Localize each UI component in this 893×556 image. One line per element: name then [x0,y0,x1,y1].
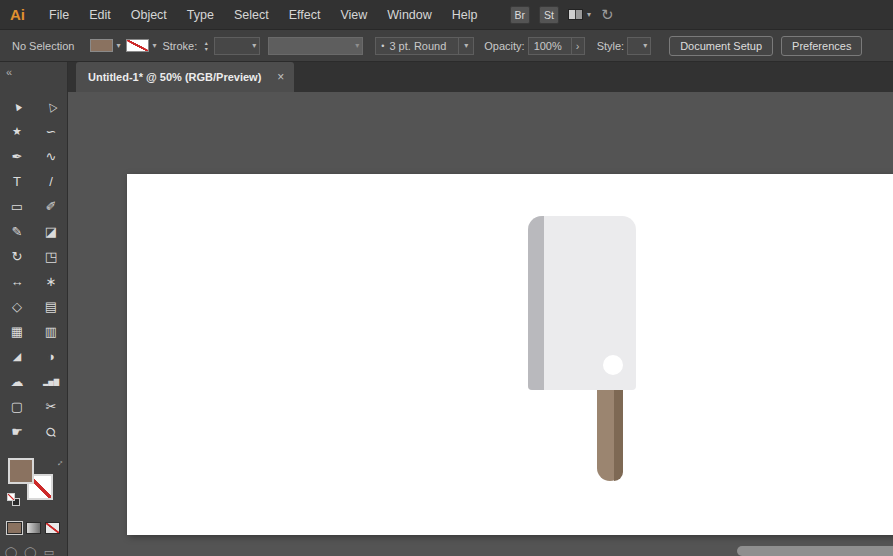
close-tab-icon[interactable]: × [277,70,284,84]
default-fill-stroke-none-icon[interactable] [7,493,15,501]
zoom-tool-icon: Ϙ [43,424,58,439]
document-area: Untitled-1* @ 50% (RGB/Preview) × [68,62,893,556]
selection-tool-icon: ▲ [9,99,24,114]
symbol-sprayer-tool[interactable]: ☁ [0,369,34,394]
shape-builder-tool[interactable]: ◇ [0,294,34,319]
stroke-weight-stepper[interactable]: ▴ ▾ [200,40,212,52]
stroke-dropdown-icon[interactable]: ▾ [152,41,156,50]
opacity-field[interactable]: 100% [528,37,572,55]
popsicle-shade-shape[interactable] [528,216,544,390]
fill-dropdown-icon[interactable]: ▾ [116,41,120,50]
selection-tool[interactable]: ▲ [0,94,34,119]
style-combo[interactable]: ▾ [627,37,651,55]
pen-tool[interactable]: ✒ [0,144,34,169]
mesh-tool[interactable]: ▦ [0,319,34,344]
blend-tool-icon: ◑ [47,350,55,363]
slice-tool[interactable]: ✂ [34,394,68,419]
menu-bar: Ai File Edit Object Type Select Effect V… [0,0,893,30]
artboard-tool-icon: ▢ [11,400,23,413]
rotate-tool-icon: ↻ [12,250,23,263]
shape-builder-tool-icon: ◇ [12,300,22,313]
draw-normal-icon[interactable]: ◯ [5,546,17,556]
line-segment-tool[interactable]: / [34,169,68,194]
stock-button[interactable]: St [539,6,559,24]
scale-tool-icon: ◳ [45,250,57,263]
width-tool-icon: ↔ [11,275,24,288]
screen-mode-icon[interactable]: ▭ [44,546,54,556]
tools-panel: « ▲ △ ★ ∽ ✒ ∿ T / ▭ ✐ ✎ ◪ ↻ ◳ ↔ ∗ ◇ ▤ ▦ … [0,62,68,556]
hand-tool[interactable]: ☛ [0,419,34,444]
popsicle-artwork[interactable] [528,216,636,481]
artboard-tool[interactable]: ▢ [0,394,34,419]
chevron-down-icon[interactable]: ▾ [587,10,591,19]
perspective-grid-tool[interactable]: ▤ [34,294,68,319]
preferences-button[interactable]: Preferences [781,36,862,56]
lasso-tool[interactable]: ∽ [34,119,68,144]
pen-tool-icon: ✒ [12,150,23,163]
menu-help[interactable]: Help [442,0,488,30]
brush-definition-dropdown[interactable]: ▾ [459,37,474,55]
rectangle-tool-icon: ▭ [11,200,23,213]
main-area: « ▲ △ ★ ∽ ✒ ∿ T / ▭ ✐ ✎ ◪ ↻ ◳ ↔ ∗ ◇ ▤ ▦ … [0,62,893,556]
brush-bullet-icon: • [381,41,384,51]
direct-selection-tool-icon: △ [44,100,57,114]
workspace-switcher-icon[interactable] [568,9,583,20]
type-tool[interactable]: T [0,169,34,194]
paintbrush-tool[interactable]: ✐ [34,194,68,219]
horizontal-scrollbar[interactable] [737,546,893,556]
fill-stroke-indicator: ↔ [6,458,64,510]
sync-icon[interactable]: ↻ [601,6,614,24]
zoom-tool[interactable]: Ϙ [34,419,68,444]
free-transform-tool[interactable]: ∗ [34,269,68,294]
menu-object[interactable]: Object [121,0,177,30]
menu-view[interactable]: View [330,0,377,30]
menu-type[interactable]: Type [177,0,224,30]
brush-definition-field[interactable]: • 3 pt. Round [375,37,459,55]
document-setup-button[interactable]: Document Setup [669,36,773,56]
eraser-tool[interactable]: ◪ [34,219,68,244]
menu-select[interactable]: Select [224,0,279,30]
curvature-tool[interactable]: ∿ [34,144,68,169]
lasso-tool-icon: ∽ [46,125,57,138]
bridge-button[interactable]: Br [510,6,531,24]
stroke-color-swatch[interactable] [126,39,149,52]
document-tab[interactable]: Untitled-1* @ 50% (RGB/Preview) × [76,62,294,92]
rectangle-tool[interactable]: ▭ [0,194,34,219]
menu-window[interactable]: Window [377,0,441,30]
chevron-right-icon: › [576,41,580,51]
opacity-menu-button[interactable]: › [572,37,585,55]
scale-tool[interactable]: ◳ [34,244,68,269]
blend-tool[interactable]: ◑ [34,344,68,369]
swap-fill-stroke-icon[interactable]: ↔ [53,456,66,469]
popsicle-dot-shape[interactable] [603,355,623,375]
style-label: Style: [597,40,625,52]
eyedropper-tool[interactable]: ◢ [0,344,34,369]
rotate-tool[interactable]: ↻ [0,244,34,269]
stroke-weight-dropdown-icon[interactable]: ▾ [252,41,256,50]
gradient-mode-button[interactable] [26,522,41,534]
menu-file[interactable]: File [39,0,79,30]
none-mode-button[interactable] [45,522,60,534]
curvature-tool-icon: ∿ [46,150,57,163]
width-tool[interactable]: ↔ [0,269,34,294]
menu-effect[interactable]: Effect [279,0,331,30]
canvas-pasteboard[interactable] [68,92,893,556]
selection-status: No Selection [12,40,74,52]
fill-swatch[interactable] [8,458,34,484]
pencil-tool[interactable]: ✎ [0,219,34,244]
popsicle-stick-shade-shape[interactable] [614,390,623,481]
collapse-panel-button[interactable]: « [6,66,11,78]
draw-behind-icon[interactable]: ◯ [24,546,36,556]
column-graph-tool[interactable]: ▂▅▇ [34,369,68,394]
artboard[interactable] [127,174,893,535]
magic-wand-tool[interactable]: ★ [0,119,34,144]
direct-selection-tool[interactable]: △ [34,94,68,119]
fill-color-swatch[interactable] [90,39,113,52]
gradient-tool[interactable]: ▥ [34,319,68,344]
mesh-tool-icon: ▦ [11,325,23,338]
stepper-down-icon[interactable]: ▾ [205,46,208,52]
stroke-weight-combo[interactable]: ▾ [214,37,260,55]
magic-wand-tool-icon: ★ [12,126,22,137]
menu-edit[interactable]: Edit [79,0,121,30]
color-mode-button[interactable] [7,522,22,534]
